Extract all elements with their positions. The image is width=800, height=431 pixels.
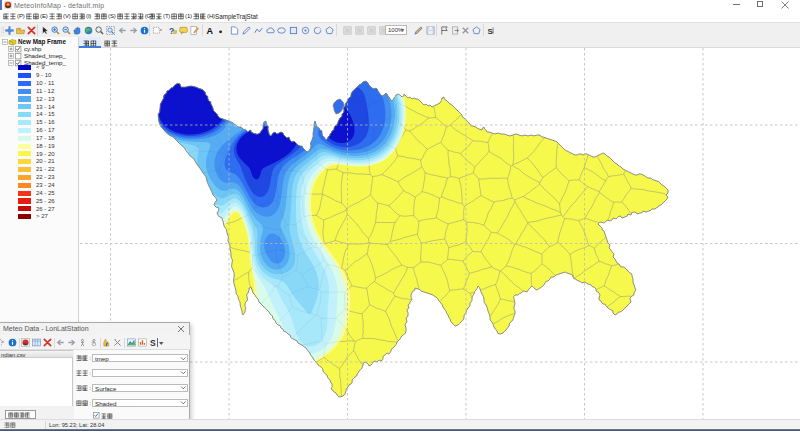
svg-text:?: ? — [169, 26, 174, 35]
svg-text:S: S — [487, 26, 493, 34]
svg-text:A: A — [207, 26, 214, 35]
